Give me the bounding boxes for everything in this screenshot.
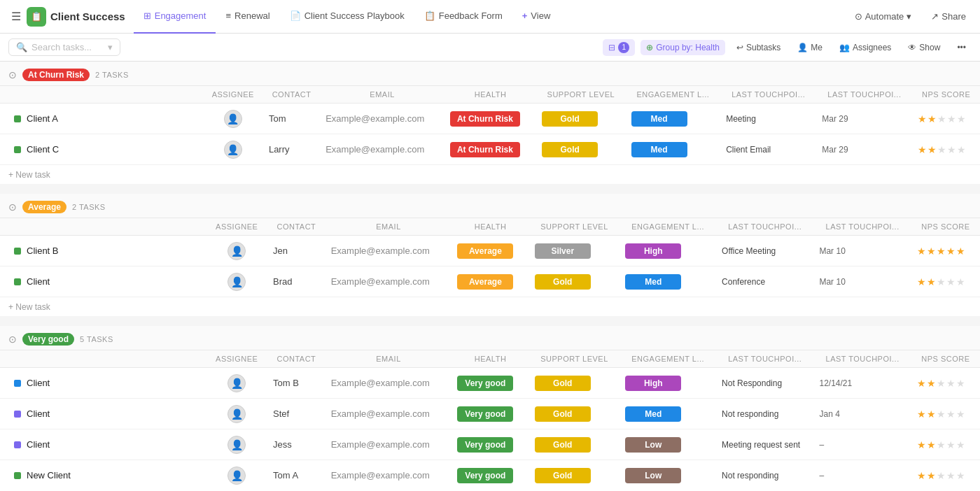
automate-icon: ⊙ (855, 11, 862, 22)
task-name: Client (27, 378, 50, 388)
filter-button[interactable]: ⊟ 1 (603, 39, 635, 56)
col-header: NPS SCORE (911, 218, 980, 236)
star-filled: ★ (917, 246, 926, 257)
star-empty: ★ (946, 408, 955, 420)
search-box[interactable]: 🔍 Search tasks... ▾ (8, 38, 120, 56)
share-button[interactable]: ↗ Share (925, 8, 972, 24)
engagement-cell: Med (626, 104, 721, 134)
task-dot (14, 380, 21, 387)
engagement-pill: Med (625, 406, 681, 422)
col-header: HEALTH (444, 86, 536, 104)
email-cell: Example@example.com (326, 368, 452, 399)
col-header: NPS SCORE (912, 86, 980, 104)
nps-stars: ★★★★★ (918, 113, 974, 124)
group-by-button[interactable]: ⊕ Group by: Health (640, 40, 725, 55)
more-button[interactable]: ••• (951, 40, 972, 55)
star-empty: ★ (937, 408, 946, 420)
tab-renewal[interactable]: ≡ Renewal (216, 0, 279, 34)
collapse-icon[interactable]: ⊙ (8, 334, 17, 345)
new-task-row: + New task (0, 297, 980, 317)
engagement-pill: High (625, 376, 681, 391)
date-cell: – (813, 429, 911, 460)
star-filled: ★ (946, 246, 955, 257)
table-row[interactable]: Client 👤 Brad Example@example.com Averag… (0, 266, 980, 297)
subtasks-button[interactable]: ↩ Subtasks (731, 40, 786, 55)
star-empty: ★ (937, 144, 946, 155)
avatar: 👤 (227, 374, 246, 392)
app-title: Client Success (50, 10, 125, 22)
nps-cell: ★★★★★ (911, 368, 980, 399)
health-cell: At Churn Risk (444, 134, 536, 165)
engagement-pill: High (625, 243, 681, 259)
touchpoint-cell: Not responding (716, 399, 813, 429)
section-table-verygood: ASSIGNEECONTACTEMAILHEALTHSUPPORT LEVELE… (0, 350, 980, 490)
table-row[interactable]: Client C 👤 Larry Example@example.com At … (0, 134, 980, 165)
tab-view[interactable]: + View (512, 0, 561, 34)
email-cell: Example@example.com (326, 236, 452, 266)
me-button[interactable]: 👤 Me (792, 40, 828, 55)
health-cell: Very good (451, 429, 528, 460)
date-cell: Mar 29 (816, 134, 912, 165)
support-cell: Gold (529, 460, 620, 490)
nps-stars: ★★★★★ (918, 144, 974, 155)
star-filled: ★ (927, 439, 936, 450)
automate-button[interactable]: ⊙ Automate ▾ (849, 8, 918, 24)
col-header: ENGAGEMENT L... (626, 86, 721, 104)
tab-feedback[interactable]: 📋 Feedback Form (414, 0, 512, 34)
star-filled: ★ (956, 246, 965, 257)
health-cell: At Churn Risk (444, 104, 536, 134)
table-row[interactable]: Client A 👤 Tom Example@example.com At Ch… (0, 104, 980, 134)
star-filled: ★ (927, 470, 936, 481)
section-badge: At Churn Risk (22, 69, 90, 81)
table-row[interactable]: Client B 👤 Jen Example@example.com Avera… (0, 236, 980, 266)
collapse-icon[interactable]: ⊙ (8, 69, 17, 80)
contact-cell: Brad (267, 266, 326, 297)
engagement-pill: Med (625, 274, 681, 290)
email-cell: Example@example.com (320, 134, 444, 165)
assignee-cell: 👤 (203, 134, 263, 165)
automate-chevron: ▾ (906, 11, 911, 22)
engagement-cell: Low (620, 460, 716, 490)
col-header: CONTACT (267, 350, 326, 368)
filter-badge: 1 (618, 42, 629, 53)
col-header: EMAIL (326, 350, 452, 368)
avatar: 👤 (227, 436, 246, 454)
engagement-cell: Med (620, 399, 716, 429)
table-row[interactable]: Client 👤 Stef Example@example.com Very g… (0, 399, 980, 429)
new-task-button[interactable]: + New task (8, 302, 50, 312)
renewal-icon: ≡ (225, 10, 231, 21)
table-row[interactable]: Client 👤 Jess Example@example.com Very g… (0, 429, 980, 460)
star-empty: ★ (946, 439, 955, 450)
support-pill: Gold (535, 468, 591, 483)
show-button[interactable]: 👁 Show (902, 40, 946, 55)
nps-cell: ★★★★★ (911, 399, 980, 429)
date-cell: Mar 10 (813, 266, 911, 297)
task-name: Client (27, 276, 50, 287)
engagement-cell: High (620, 368, 716, 399)
col-header: NPS SCORE (911, 350, 980, 368)
col-header: ASSIGNEE (203, 86, 263, 104)
table-row[interactable]: New Client 👤 Tom A Example@example.com V… (0, 460, 980, 490)
star-empty: ★ (947, 113, 956, 124)
new-task-button[interactable]: + New task (8, 170, 50, 180)
tab-engagement[interactable]: ⊞ Engagement (134, 0, 216, 34)
collapse-icon[interactable]: ⊙ (8, 201, 17, 213)
toolbar: 🔍 Search tasks... ▾ ⊟ 1 ⊕ Group by: Heal… (0, 34, 980, 62)
tab-playbook[interactable]: 📄 Client Success Playbook (280, 0, 414, 34)
star-empty: ★ (956, 276, 965, 287)
star-filled: ★ (927, 144, 937, 155)
star-filled: ★ (918, 144, 927, 155)
health-pill: Very good (457, 376, 513, 391)
menu-icon[interactable]: ☰ (8, 7, 24, 26)
show-icon: 👁 (908, 43, 916, 52)
health-pill: At Churn Risk (450, 111, 520, 127)
table-row[interactable]: Client 👤 Tom B Example@example.com Very … (0, 368, 980, 399)
email-cell: Example@example.com (326, 399, 452, 429)
section-badge: Very good (22, 333, 74, 346)
nps-stars: ★★★★★ (917, 408, 974, 420)
support-pill: Gold (535, 406, 591, 422)
col-header: ASSIGNEE (206, 218, 267, 236)
star-empty: ★ (957, 144, 966, 155)
col-header: CONTACT (263, 86, 320, 104)
assignees-button[interactable]: 👥 Assignees (834, 40, 897, 55)
